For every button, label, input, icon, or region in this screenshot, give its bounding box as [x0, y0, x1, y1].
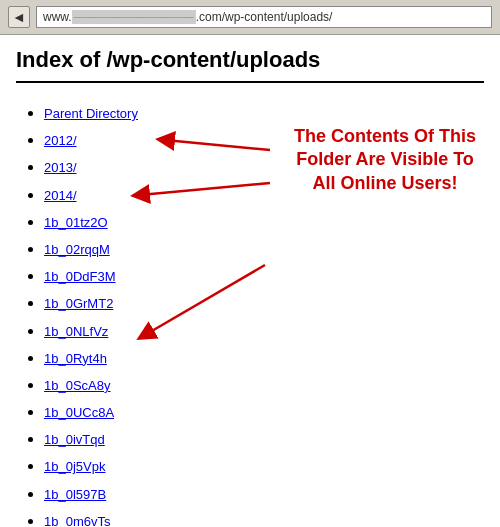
file-link[interactable]: 1b_0Ryt4h: [44, 351, 107, 366]
list-item: 1b_0j5Vpk: [44, 452, 484, 479]
list-item: 1b_0ivTqd: [44, 425, 484, 452]
file-link[interactable]: 1b_0ScA8y: [44, 378, 111, 393]
url-text: www.——————————.com/wp-content/uploads/: [43, 10, 332, 24]
file-link[interactable]: 1b_0GrMT2: [44, 296, 113, 311]
file-link[interactable]: 2012/: [44, 133, 77, 148]
file-link[interactable]: Parent Directory: [44, 106, 138, 121]
address-bar[interactable]: www.——————————.com/wp-content/uploads/: [36, 6, 492, 28]
file-link[interactable]: 1b_0m6vTs: [44, 514, 110, 527]
file-link[interactable]: 1b_0UCc8A: [44, 405, 114, 420]
list-item: 1b_0UCc8A: [44, 398, 484, 425]
back-button[interactable]: ◄: [8, 6, 30, 28]
list-item: 1b_0m6vTs: [44, 507, 484, 527]
list-item: Parent Directory: [44, 99, 484, 126]
page-content: Index of /wp-content/uploads Parent Dire…: [0, 35, 500, 527]
file-link[interactable]: 1b_01tz2O: [44, 215, 108, 230]
list-item: 1b_02rqqM: [44, 235, 484, 262]
list-item: 1b_0DdF3M: [44, 262, 484, 289]
list-item: 1b_0Ryt4h: [44, 344, 484, 371]
list-item: 1b_0l597B: [44, 480, 484, 507]
file-link[interactable]: 1b_0ivTqd: [44, 432, 105, 447]
list-item: 1b_0NLfVz: [44, 317, 484, 344]
page-title: Index of /wp-content/uploads: [16, 47, 484, 83]
file-link[interactable]: 2014/: [44, 188, 77, 203]
annotation-box: The Contents Of This Folder Are Visible …: [290, 125, 480, 195]
list-item: 1b_0GrMT2: [44, 289, 484, 316]
list-item: 1b_0ScA8y: [44, 371, 484, 398]
file-link[interactable]: 1b_02rqqM: [44, 242, 110, 257]
annotation-text: The Contents Of This Folder Are Visible …: [294, 126, 476, 193]
list-item: 1b_01tz2O: [44, 208, 484, 235]
file-link[interactable]: 1b_0l597B: [44, 487, 106, 502]
file-link[interactable]: 2013/: [44, 160, 77, 175]
browser-toolbar: ◄ www.——————————.com/wp-content/uploads/: [0, 0, 500, 35]
file-link[interactable]: 1b_0NLfVz: [44, 324, 108, 339]
file-link[interactable]: 1b_0j5Vpk: [44, 459, 105, 474]
file-link[interactable]: 1b_0DdF3M: [44, 269, 116, 284]
